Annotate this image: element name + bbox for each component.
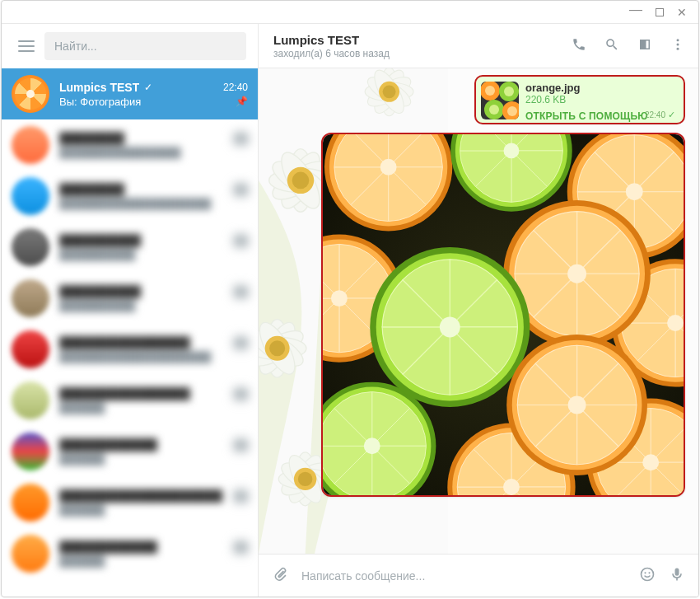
minimize-button[interactable]: —	[629, 2, 642, 17]
file-size: 220.6 KB	[525, 94, 677, 105]
message-area[interactable]: orange.jpg 220.6 KB ОТКРЫТЬ С ПОМОЩЬЮ 22…	[259, 68, 698, 554]
chat-panel: Lumpics TEST заходил(а) 6 часов назад	[259, 24, 698, 597]
svg-point-18	[489, 105, 499, 115]
avatar	[12, 433, 49, 470]
file-name: orange.jpg	[525, 82, 677, 94]
search-icon[interactable]	[604, 37, 619, 55]
chat-item[interactable]: ██████████████████████	[2, 273, 258, 324]
chat-item-time: 22:40	[223, 82, 248, 93]
svg-point-11	[383, 85, 396, 98]
search-placeholder: Найти...	[54, 40, 97, 53]
photo-message[interactable]	[321, 133, 685, 497]
svg-point-2	[677, 47, 679, 49]
check-icon: ✓	[144, 82, 152, 93]
chat-item-body: Lumpics TEST ✓ 22:40 Вы: Фотография 📌	[59, 81, 248, 108]
avatar	[12, 279, 49, 317]
chat-item[interactable]: ██████████████████████	[2, 222, 258, 273]
chat-item[interactable]: ████████████████████████	[2, 375, 258, 426]
chat-item-name: Lumpics TEST	[59, 81, 139, 94]
emoji-icon[interactable]	[639, 566, 656, 586]
avatar	[12, 126, 49, 164]
message-input[interactable]	[301, 569, 626, 583]
microphone-icon[interactable]	[669, 566, 685, 586]
svg-point-14	[485, 86, 495, 96]
svg-point-20	[507, 106, 517, 116]
side-panel-icon[interactable]	[637, 37, 652, 55]
check-icon: ✓	[668, 110, 675, 120]
avatar	[12, 228, 49, 266]
maximize-button[interactable]	[656, 8, 664, 16]
pin-icon: 📌	[236, 96, 248, 107]
chat-item-active[interactable]: Lumpics TEST ✓ 22:40 Вы: Фотография 📌	[2, 68, 258, 119]
svg-point-30	[648, 572, 650, 573]
call-icon[interactable]	[572, 37, 586, 55]
chat-item[interactable]: ████████████████████████████	[2, 477, 258, 528]
chat-header: Lumpics TEST заходил(а) 6 часов назад	[259, 24, 698, 68]
avatar	[12, 484, 49, 522]
svg-point-0	[677, 39, 679, 41]
chat-status: заходил(а) 6 часов назад	[273, 48, 555, 59]
avatar	[12, 330, 49, 368]
window-titlebar: — ✕	[2, 1, 698, 24]
more-icon[interactable]	[670, 37, 685, 55]
avatar	[12, 75, 49, 113]
file-message[interactable]: orange.jpg 220.6 KB ОТКРЫТЬ С ПОМОЩЬЮ 22…	[474, 75, 685, 124]
chat-item[interactable]: ██████████████████████████████	[2, 171, 258, 222]
svg-point-1	[677, 43, 679, 45]
chat-list[interactable]: Lumpics TEST ✓ 22:40 Вы: Фотография 📌 ██…	[2, 68, 258, 597]
avatar	[12, 177, 49, 215]
chat-item[interactable]: ██████████████████████████	[2, 119, 258, 171]
file-thumbnail	[481, 82, 519, 119]
chat-item[interactable]: ████████████████████	[2, 528, 258, 579]
svg-point-16	[504, 87, 514, 96]
chat-item[interactable]: ██████████████████████████████████████	[2, 324, 258, 375]
chat-title: Lumpics TEST	[273, 33, 555, 47]
sidebar: Найти... Lumpics TEST ✓ 22:40 Вы: Фотогр	[2, 24, 259, 597]
chat-item[interactable]: ████████████████████	[2, 426, 258, 477]
message-time: 22:40✓	[645, 110, 675, 120]
photo-content	[323, 134, 684, 495]
attach-icon[interactable]	[272, 566, 288, 586]
sidebar-topbar: Найти...	[2, 24, 258, 68]
avatar	[12, 381, 49, 419]
chat-item-preview: Вы: Фотография 📌	[59, 96, 248, 108]
menu-icon[interactable]	[18, 40, 35, 52]
compose-bar	[259, 554, 698, 597]
app-window: — ✕ Найти... Lumpics TEST	[1, 0, 699, 597]
search-input[interactable]: Найти...	[44, 32, 246, 60]
content-area: Найти... Lumpics TEST ✓ 22:40 Вы: Фотогр	[2, 24, 698, 597]
svg-point-28	[642, 568, 654, 580]
svg-point-29	[644, 572, 646, 573]
avatar	[12, 535, 49, 573]
close-button[interactable]: ✕	[677, 6, 687, 19]
